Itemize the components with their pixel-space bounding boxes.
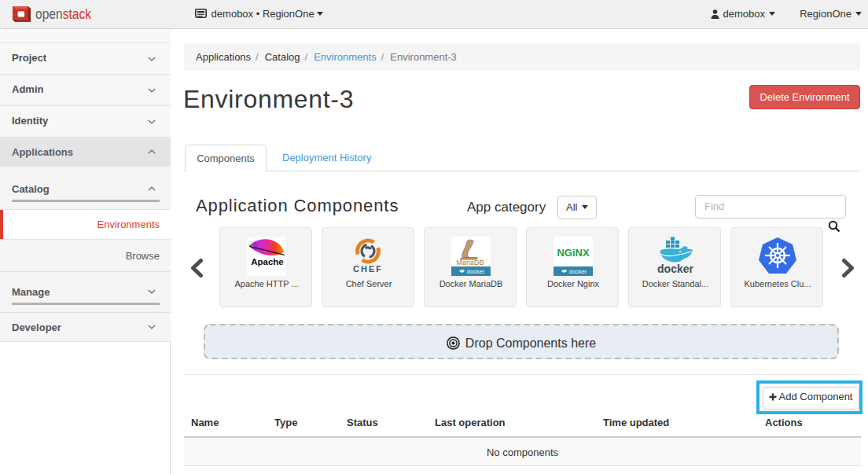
svg-text:Apache: Apache [251, 257, 284, 266]
svg-text:docker: docker [657, 263, 693, 275]
svg-text:docker: docker [467, 268, 485, 275]
svg-text:MariaDB: MariaDB [456, 259, 484, 266]
svg-text:NGiNX: NGiNX [557, 247, 590, 259]
svg-text:CHEF: CHEF [353, 264, 383, 274]
svg-text:docker: docker [569, 268, 587, 275]
